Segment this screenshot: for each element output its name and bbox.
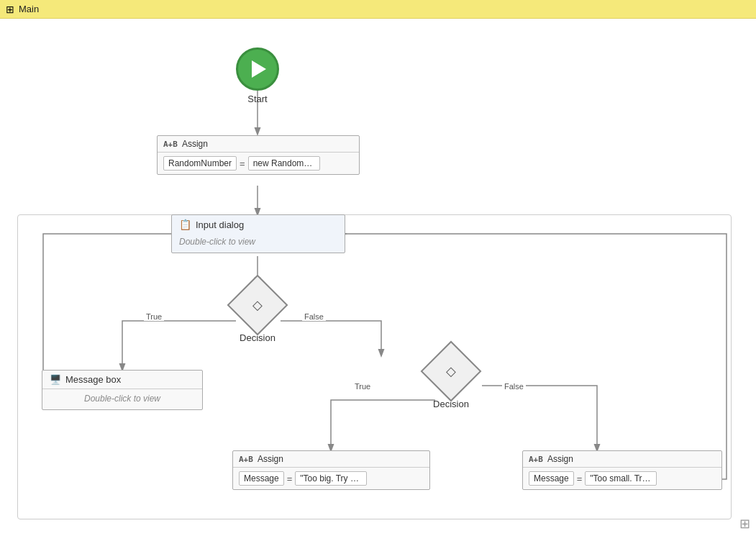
titlebar: ⊞ Main (0, 0, 756, 19)
assign3-var: Message (529, 471, 574, 486)
decision2-diamond-icon: ◇ (446, 363, 456, 379)
start-button[interactable] (236, 47, 279, 91)
decision1-diamond-icon: ◇ (252, 297, 263, 313)
titlebar-title: Main (19, 4, 39, 14)
dialog-icon: 📋 (179, 219, 191, 230)
dialog-body: Double-click to view (172, 234, 345, 253)
decision1-node[interactable]: ◇ Decision (236, 283, 279, 343)
assign3-icon: A+B (529, 455, 543, 464)
assign1-icon: A+B (163, 140, 178, 149)
assign1-header: A+B Assign (158, 136, 359, 153)
assign3-eq: = (577, 473, 583, 484)
start-label: Start (247, 94, 267, 104)
decision1-diamond[interactable]: ◇ (227, 275, 288, 336)
titlebar-icon: ⊞ (6, 4, 14, 15)
dialog-header: 📋 Input dialog (172, 215, 345, 234)
edge-false-1: False (302, 312, 326, 321)
assign1-eq: = (240, 158, 245, 169)
input-dialog-node[interactable]: 📋 Input dialog Double-click to view (171, 214, 345, 253)
assign1-node[interactable]: A+B Assign RandomNumber = new Random().N… (157, 135, 360, 175)
msgbox-body: Double-click to view (42, 389, 202, 409)
msgbox-node[interactable]: 🖥️ Message box Double-click to view (42, 370, 203, 410)
canvas: Start A+B Assign RandomNumber = new Rand… (0, 19, 756, 536)
assign2-header: A+B Assign (233, 451, 429, 468)
expand-icon[interactable]: ⊞ (739, 516, 750, 532)
start-node[interactable]: Start (236, 47, 279, 104)
assign3-body: Message = "Too small. Try aga (523, 468, 721, 489)
edge-true-1: True (144, 312, 164, 321)
assign3-node[interactable]: A+B Assign Message = "Too small. Try aga (522, 450, 722, 490)
assign2-node[interactable]: A+B Assign Message = "Too big. Try again (232, 450, 430, 490)
assign2-icon: A+B (239, 455, 253, 464)
assign2-val: "Too big. Try again (295, 471, 367, 486)
assign1-body: RandomNumber = new Random().Ne (158, 153, 359, 174)
assign1-val: new Random().Ne (248, 156, 320, 171)
decision2-node[interactable]: ◇ Decision (429, 350, 473, 409)
msgbox-header: 🖥️ Message box (42, 371, 202, 389)
edge-false-2: False (502, 382, 526, 391)
assign2-eq: = (287, 473, 293, 484)
assign1-var: RandomNumber (163, 156, 237, 171)
decision2-diamond[interactable]: ◇ (421, 341, 482, 402)
assign3-header: A+B Assign (523, 451, 721, 468)
dialog-title: Input dialog (196, 219, 244, 230)
assign3-title: Assign (547, 454, 573, 464)
assign2-title: Assign (258, 454, 283, 464)
assign3-val: "Too small. Try aga (585, 471, 657, 486)
msgbox-icon: 🖥️ (50, 374, 61, 385)
assign2-body: Message = "Too big. Try again (233, 468, 429, 489)
assign1-title: Assign (182, 139, 208, 149)
msgbox-title: Message box (65, 374, 121, 385)
edge-true-2: True (352, 382, 373, 391)
assign2-var: Message (239, 471, 284, 486)
